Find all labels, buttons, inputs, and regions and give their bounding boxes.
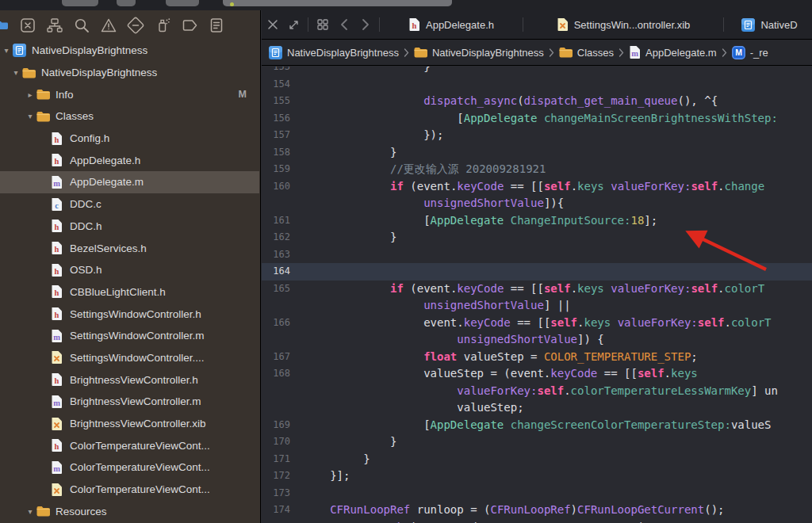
code-line[interactable]: 168 valueStep = (event.keyCode == [[self… — [262, 365, 812, 383]
file-tree-row[interactable]: hAppDelegate.h — [0, 149, 259, 171]
code-line[interactable]: 167 float valueStep = COLOR_TEMPERATURE_… — [262, 349, 812, 366]
svg-text:h: h — [55, 157, 59, 166]
tab-label: SettingsWin...ontroller.xib — [574, 19, 691, 31]
code-line[interactable]: 170 } — [262, 433, 812, 451]
code-line[interactable]: 171 } — [262, 451, 812, 468]
disclosure-right-icon[interactable]: ▸ — [24, 90, 36, 99]
code-line[interactable]: 166 event.keyCode == [[self.keys valueFo… — [262, 315, 812, 332]
breadcrumb-item[interactable]: Classes — [559, 47, 614, 59]
file-tree-row[interactable]: mAppDelegate.m — [0, 171, 259, 193]
code-line[interactable]: 155 dispatch_async(dispatch_get_main_que… — [262, 93, 812, 110]
breadcrumb-item[interactable]: NativeDisplayBrightness — [269, 46, 399, 59]
disclosure-down-icon[interactable]: ▾ — [0, 46, 13, 55]
code-line[interactable]: 169 [AppDelegate changeScreenColorTemper… — [262, 417, 812, 434]
code-text: unsignedShortValue]) { — [297, 331, 604, 349]
code-line[interactable]: 163 — [262, 246, 812, 264]
forward-chevron-icon[interactable] — [354, 15, 376, 34]
editor-tab[interactable]: hAppDelegate.h — [383, 10, 519, 39]
file-tree-row[interactable]: hBezelServices.h — [0, 237, 259, 259]
file-tree-row[interactable]: hSettingsWindowController.h — [0, 303, 259, 325]
file-tree-row[interactable]: mBrightnessViewController.m — [0, 391, 259, 413]
code-line[interactable]: 157 }); — [262, 127, 812, 144]
test-navigator-icon[interactable] — [122, 15, 149, 36]
tab-divider — [379, 17, 380, 32]
close-icon[interactable] — [262, 15, 283, 34]
project-navigator-folder-icon[interactable] — [0, 15, 8, 36]
current-line[interactable]: 164 — [262, 263, 812, 281]
file-tree-row[interactable]: mColorTemperatureViewCont... — [0, 456, 259, 479]
code-line[interactable]: unsignedShortValue]){ — [262, 195, 812, 212]
symbol-navigator-icon[interactable] — [41, 15, 68, 36]
file-name-label: SettingsWindowController.h — [70, 308, 201, 320]
file-xib-icon — [51, 350, 67, 365]
code-line[interactable]: unsignedShortValue] || — [262, 297, 812, 315]
line-number — [262, 297, 297, 315]
file-tree-row[interactable]: cDDC.c — [0, 193, 259, 216]
breadcrumb-item[interactable]: NativeDisplayBrightness — [414, 47, 544, 59]
file-tree-row[interactable]: ▾ Classes — [0, 105, 259, 128]
code-line[interactable]: 158 } — [262, 144, 812, 162]
source-control-icon[interactable] — [14, 15, 41, 36]
line-number: 159 — [262, 161, 297, 178]
disclosure-down-icon[interactable]: ▾ — [10, 68, 22, 77]
file-tree-row[interactable]: ▾ Resources — [0, 500, 259, 522]
file-tree-row[interactable]: hDDC.h — [0, 216, 259, 238]
file-tree-row[interactable]: mSettingsWindowController.m — [0, 325, 259, 347]
code-line[interactable]: 161 [AppDelegate ChangeInputSource:18]; — [262, 212, 812, 230]
code-line[interactable]: 175 CGEventMask interestedEvents = NX_KE… — [262, 519, 812, 523]
breakpoint-navigator-icon[interactable] — [176, 15, 203, 36]
code-line[interactable]: 162 } — [262, 229, 812, 246]
report-navigator-icon[interactable] — [203, 15, 230, 36]
project-icon — [13, 44, 29, 57]
code-line[interactable]: 173 — [262, 485, 812, 502]
file-tree-row[interactable]: hOSD.h — [0, 259, 259, 281]
file-tree-row[interactable]: hCBBlueLightClient.h — [0, 281, 259, 303]
editor-tab[interactable]: NativeD — [727, 10, 812, 39]
source-code-view[interactable]: 153 }154155 dispatch_async(dispatch_get_… — [262, 67, 812, 523]
issue-navigator-icon[interactable] — [95, 15, 122, 36]
file-tree-row[interactable]: ▾ NativeDisplayBrightness — [0, 40, 259, 62]
expand-icon[interactable] — [283, 15, 304, 34]
file-tree-row[interactable]: hBrightnessViewController.h — [0, 368, 259, 391]
file-tree-row[interactable]: hColorTemperatureViewCont... — [0, 434, 259, 456]
code-line[interactable]: unsignedShortValue]) { — [262, 331, 812, 349]
code-text: CGEventMask interestedEvents = NX_KEYDOW… — [297, 519, 731, 523]
breadcrumb-label: AppDelegate.m — [645, 47, 717, 59]
code-line[interactable]: 174 CFRunLoopRef runloop = (CFRunLoopRef… — [262, 502, 812, 519]
back-chevron-icon[interactable] — [333, 15, 354, 34]
line-number: 164 — [262, 263, 297, 281]
disclosure-down-icon[interactable]: ▾ — [24, 112, 36, 120]
code-line[interactable]: valueStep; — [262, 399, 812, 417]
activity-status-dot — [230, 2, 234, 6]
code-line[interactable]: 153 } — [262, 67, 812, 76]
navigator-tab-bar — [0, 10, 260, 40]
file-h-icon: h — [51, 132, 67, 146]
file-tree-row[interactable]: ▾ NativeDisplayBrightness — [0, 62, 259, 84]
file-name-label: Config.h — [70, 132, 109, 144]
toolbar-button-sliver — [166, 0, 199, 6]
grid-icon[interactable] — [312, 15, 333, 34]
file-tree-row[interactable]: hConfig.h — [0, 128, 259, 150]
file-tree-row[interactable]: SettingsWindowController.... — [0, 347, 259, 369]
line-number: 158 — [262, 144, 297, 162]
breadcrumb-item[interactable]: M-_re — [732, 46, 768, 59]
code-line[interactable]: 160 if (event.keyCode == [[self.keys val… — [262, 178, 812, 196]
editor-tab[interactable]: SettingsWin...ontroller.xib — [527, 10, 720, 39]
code-line[interactable]: 156 [AppDelegate changeMainScreenBrightn… — [262, 110, 812, 128]
code-line[interactable]: 172 }]; — [262, 468, 812, 485]
code-line[interactable]: 154 — [262, 76, 812, 94]
file-tree-row[interactable]: ▸ InfoM — [0, 83, 259, 105]
code-line[interactable]: 159 //更改输入源 202009281921 — [262, 161, 812, 178]
code-line[interactable]: 165 if (event.keyCode == [[self.keys val… — [262, 281, 812, 298]
code-text: float valueStep = COLOR_TEMPERATURE_STEP… — [297, 349, 698, 366]
find-navigator-icon[interactable] — [68, 15, 95, 36]
file-tree-row[interactable]: ColorTemperatureViewCont... — [0, 479, 259, 501]
line-number: 169 — [262, 417, 297, 434]
code-line[interactable]: valueForKey:self.colorTemperatureLessWar… — [262, 383, 812, 400]
breadcrumb-item[interactable]: mAppDelegate.m — [629, 45, 717, 59]
disclosure-down-icon[interactable]: ▾ — [24, 507, 36, 516]
file-tree-row[interactable]: BrightnessViewController.xib — [0, 413, 259, 435]
file-h-icon: h — [408, 17, 420, 32]
debug-navigator-icon[interactable] — [149, 15, 176, 36]
toolbar-button-sliver — [62, 0, 98, 6]
